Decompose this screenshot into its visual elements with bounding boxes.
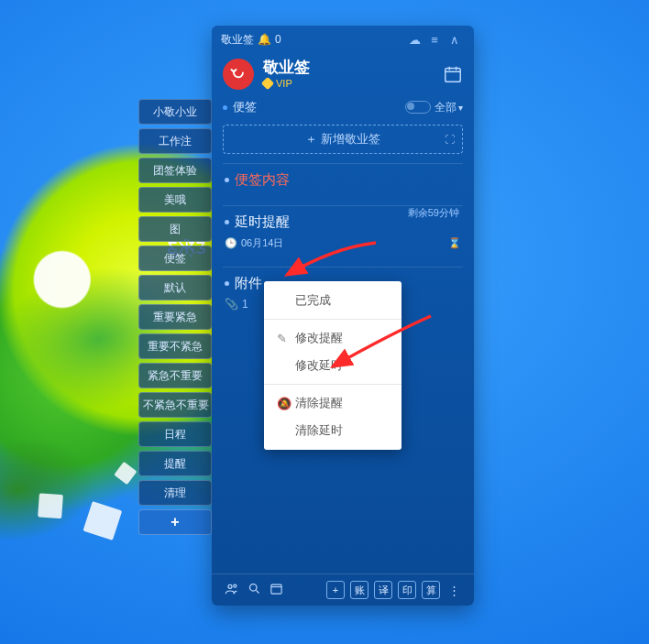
add-note-label: 新增敬业签 (321, 131, 380, 147)
scope-label: 全部 (434, 100, 456, 115)
bullet-icon (225, 281, 229, 286)
note-title: 附件 (235, 275, 262, 292)
bell-count: 0 (275, 33, 281, 46)
svg-point-1 (228, 584, 232, 588)
bullet-icon (225, 220, 229, 224)
window-titlebar: 敬业签 🔔 0 ☁ ≡ ∧ (212, 26, 474, 53)
note-date: 06月14日 (241, 236, 283, 250)
search-icon[interactable] (243, 582, 265, 598)
more-icon[interactable]: ⋮ (443, 584, 465, 597)
cloud-sync-icon[interactable]: ☁ (404, 33, 424, 47)
edit-icon: ✎ (277, 332, 295, 345)
vip-badge: VIP (263, 78, 310, 89)
note-title: 便签内容 (235, 171, 290, 189)
menu-item-edit-remind[interactable]: ✎ 修改提醒 (264, 324, 402, 352)
filter-row: 便签 全部 ▾ (212, 93, 474, 119)
note-card[interactable]: 剩余59分钟 延时提醒 🕒 06月14日 ⌛ (223, 205, 463, 259)
category-tab-column: 小敬小业 工作注 团签体验 美哦 图 便签 默认 重要紧急 重要不紧急 紧急不重… (138, 99, 212, 539)
svg-point-2 (234, 584, 236, 587)
footer-print-button[interactable]: 印 (398, 581, 416, 599)
category-tab[interactable]: 图 (138, 216, 212, 242)
category-tab[interactable]: 便签 (138, 246, 212, 271)
category-tab[interactable]: 重要不紧急 (138, 333, 212, 359)
hourglass-icon: ⌛ (448, 237, 461, 249)
vip-label: VIP (276, 78, 292, 89)
category-tab[interactable]: 紧急不重要 (138, 363, 212, 388)
diamond-icon (261, 77, 274, 90)
attachment-count: 1 (242, 298, 248, 311)
footer-translate-button[interactable]: 译 (374, 581, 392, 599)
svg-rect-4 (270, 584, 280, 594)
category-tab[interactable]: 默认 (138, 275, 212, 300)
category-tab[interactable]: 清理 (138, 480, 212, 506)
note-card[interactable]: 便签内容 (223, 163, 463, 198)
category-tab[interactable]: 日程 (138, 421, 212, 447)
panel-footer: + 账 译 印 算 ⋮ (212, 573, 474, 606)
note-title: 延时提醒 (235, 213, 290, 231)
context-menu: 已完成 ✎ 修改提醒 修改延时 🔕 清除提醒 清除延时 (264, 281, 402, 450)
menu-item-edit-delay[interactable]: 修改延时 (264, 352, 402, 379)
category-tab[interactable]: 工作注 (138, 128, 212, 154)
window-title: 敬业签 (221, 32, 254, 48)
bullet-icon (225, 178, 229, 182)
category-tab[interactable]: 美哦 (138, 187, 212, 213)
category-tab[interactable]: 团签体验 (138, 158, 212, 183)
footer-calc-button[interactable]: 算 (422, 581, 440, 599)
add-note-button[interactable]: ＋ 新增敬业签 ⛶ (223, 125, 463, 154)
menu-label: 已完成 (295, 292, 331, 309)
category-tab[interactable]: 不紧急不重要 (138, 392, 212, 418)
wallpaper-deco (82, 501, 122, 540)
menu-separator (264, 319, 402, 320)
clock-icon: 🕒 (225, 237, 237, 249)
scope-toggle[interactable]: 全部 ▾ (405, 100, 463, 115)
filter-label[interactable]: 便签 (233, 99, 257, 115)
note-remaining: 剩余59分钟 (408, 206, 459, 220)
category-tab[interactable]: 重要紧急 (138, 304, 212, 330)
switch-icon[interactable] (405, 101, 431, 114)
collapse-icon[interactable]: ∧ (445, 33, 465, 47)
svg-rect-0 (446, 69, 461, 82)
menu-separator (264, 384, 402, 385)
menu-item-completed[interactable]: 已完成 (264, 287, 402, 314)
category-tab[interactable]: 提醒 (138, 451, 212, 476)
footer-add-button[interactable]: + (326, 581, 345, 599)
contacts-icon[interactable] (221, 582, 243, 599)
calendar-icon[interactable] (443, 64, 463, 84)
menu-item-clear-delay[interactable]: 清除延时 (264, 417, 402, 444)
filter-dot-icon (223, 105, 227, 110)
add-category-button[interactable]: + (138, 509, 212, 535)
chevron-down-icon: ▾ (458, 103, 463, 113)
mute-icon: 🔕 (277, 397, 295, 410)
wallpaper-deco (38, 493, 63, 518)
wallpaper-deco (114, 462, 137, 485)
paperclip-icon: 📎 (225, 298, 238, 311)
bell-icon[interactable]: 🔔 (258, 33, 271, 46)
app-header: 敬业签 VIP (212, 53, 474, 93)
menu-icon[interactable]: ≡ (424, 33, 445, 47)
category-tab[interactable]: 小敬小业 (138, 99, 212, 125)
menu-item-clear-remind[interactable]: 🔕 清除提醒 (264, 389, 402, 417)
app-name: 敬业签 (263, 60, 310, 76)
app-logo (223, 59, 254, 90)
menu-label: 清除提醒 (295, 395, 343, 411)
svg-point-3 (249, 584, 257, 592)
schedule-icon[interactable] (265, 582, 287, 598)
footer-account-button[interactable]: 账 (350, 581, 368, 599)
expand-icon[interactable]: ⛶ (445, 134, 455, 145)
menu-label: 修改提醒 (295, 330, 343, 346)
menu-label: 修改延时 (295, 357, 343, 374)
menu-label: 清除延时 (295, 422, 343, 439)
plus-icon: ＋ (305, 131, 317, 147)
